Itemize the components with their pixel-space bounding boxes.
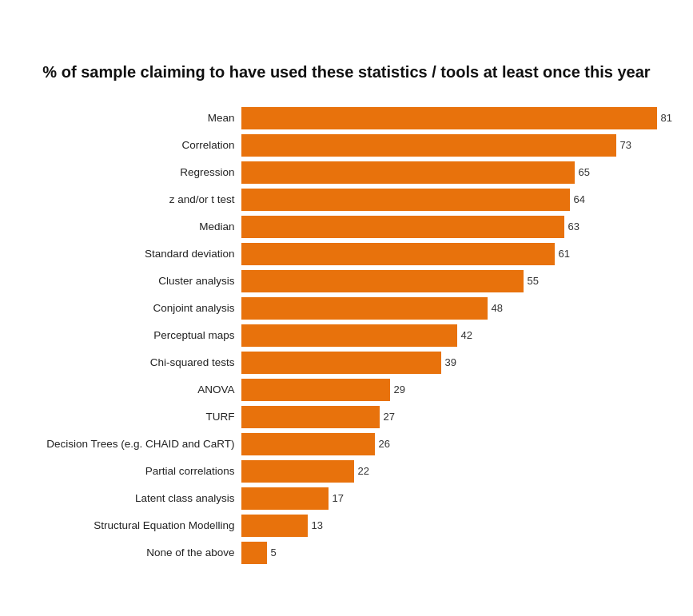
bar-value: 81 <box>661 112 672 124</box>
bar-track: 22 <box>241 460 667 483</box>
chart-body: Mean81Correlation73Regression65z and/or … <box>27 107 667 564</box>
bar-fill <box>241 406 380 428</box>
bar-track: 5 <box>241 542 667 564</box>
bar-row: TURF27 <box>27 406 667 428</box>
bar-track: 29 <box>241 379 667 401</box>
bar-fill <box>241 297 488 320</box>
bar-row: Structural Equation Modelling13 <box>27 515 667 537</box>
bar-row: ANOVA29 <box>27 379 667 401</box>
bar-label: Cluster analysis <box>27 275 235 287</box>
bar-value: 48 <box>492 302 503 314</box>
bar-fill <box>241 134 616 157</box>
bar-track: 61 <box>241 243 667 265</box>
bar-fill <box>241 460 354 483</box>
bar-fill <box>241 515 308 537</box>
bar-value: 39 <box>445 356 456 368</box>
bar-track: 42 <box>241 324 667 347</box>
bar-row: None of the above5 <box>27 542 667 564</box>
bar-track: 73 <box>241 134 667 157</box>
bar-row: Median63 <box>27 216 667 238</box>
chart-title: % of sample claiming to have used these … <box>27 61 667 83</box>
bar-label: Correlation <box>27 139 235 151</box>
bar-row: Perceptual maps42 <box>27 324 667 347</box>
bar-label: Regression <box>27 166 235 178</box>
bar-value: 73 <box>620 139 631 151</box>
bar-label: Structural Equation Modelling <box>27 519 235 531</box>
bar-row: Standard deviation61 <box>27 243 667 265</box>
bar-track: 17 <box>241 487 667 510</box>
bar-fill <box>241 161 575 184</box>
bar-label: z and/or t test <box>27 193 235 205</box>
bar-value: 17 <box>333 492 344 504</box>
bar-row: Partial correlations22 <box>27 460 667 483</box>
bar-label: None of the above <box>27 546 235 558</box>
bar-label: Standard deviation <box>27 248 235 260</box>
bar-fill <box>241 107 657 129</box>
bar-value: 65 <box>579 166 590 178</box>
bar-row: Regression65 <box>27 161 667 184</box>
bar-track: 64 <box>241 189 667 211</box>
bar-fill <box>241 270 524 292</box>
bar-track: 63 <box>241 216 667 238</box>
bar-row: Conjoint analysis48 <box>27 297 667 320</box>
bar-row: Decision Trees (e.g. CHAID and CaRT)26 <box>27 433 667 455</box>
bar-value: 26 <box>379 438 390 450</box>
bar-track: 48 <box>241 297 667 320</box>
bar-track: 55 <box>241 270 667 292</box>
bar-row: Cluster analysis55 <box>27 270 667 292</box>
bar-track: 39 <box>241 352 667 374</box>
bar-track: 13 <box>241 515 667 537</box>
bar-fill <box>241 542 267 564</box>
bar-label: ANOVA <box>27 384 235 395</box>
bar-value: 22 <box>358 465 369 477</box>
bar-fill <box>241 433 375 455</box>
bar-fill <box>241 324 457 347</box>
bar-track: 26 <box>241 433 667 455</box>
bar-value: 5 <box>271 546 277 558</box>
bar-fill <box>241 243 555 265</box>
bar-label: Partial correlations <box>27 465 235 477</box>
bar-value: 27 <box>384 411 395 423</box>
bar-track: 27 <box>241 406 667 428</box>
bar-label: Perceptual maps <box>27 329 235 341</box>
bar-label: TURF <box>27 411 235 423</box>
bar-row: Latent class analysis17 <box>27 487 667 510</box>
bar-fill <box>241 487 329 510</box>
bar-label: Mean <box>27 112 235 124</box>
bar-row: z and/or t test64 <box>27 189 667 211</box>
bar-row: Chi-squared tests39 <box>27 352 667 374</box>
bar-value: 42 <box>461 329 472 341</box>
bar-track: 65 <box>241 161 667 184</box>
bar-value: 13 <box>312 519 323 531</box>
bar-row: Mean81 <box>27 107 667 129</box>
bar-value: 63 <box>568 221 579 232</box>
bar-value: 64 <box>574 193 585 205</box>
bar-value: 29 <box>394 384 405 395</box>
bar-fill <box>241 216 564 238</box>
bar-label: Conjoint analysis <box>27 302 235 314</box>
bar-fill <box>241 379 390 401</box>
bar-value: 55 <box>528 275 539 287</box>
chart-container: % of sample claiming to have used these … <box>11 37 683 580</box>
bar-value: 61 <box>559 248 570 260</box>
bar-label: Chi-squared tests <box>27 356 235 368</box>
bar-label: Latent class analysis <box>27 492 235 504</box>
bar-label: Median <box>27 221 235 232</box>
bar-label: Decision Trees (e.g. CHAID and CaRT) <box>27 438 235 450</box>
bar-fill <box>241 189 570 211</box>
bar-fill <box>241 352 441 374</box>
bar-row: Correlation73 <box>27 134 667 157</box>
bar-track: 81 <box>241 107 672 129</box>
